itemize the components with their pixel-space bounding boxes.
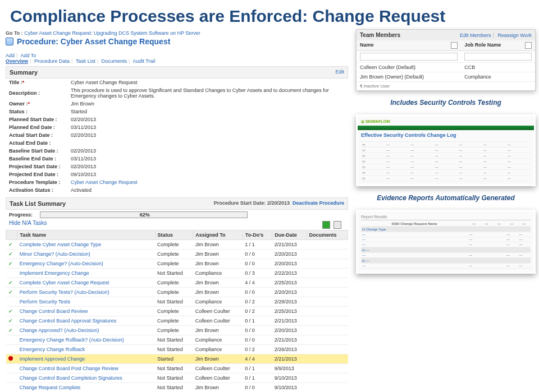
goto-label: Go To :: [6, 30, 23, 36]
tab-documents[interactable]: Documents: [102, 58, 127, 64]
progress-pct: 62%: [140, 212, 150, 218]
task-assigned: Jim Brown: [193, 240, 243, 250]
summary-value: 03/11/2013: [67, 155, 348, 163]
task-link[interactable]: Change Control Board Review: [20, 308, 88, 314]
task-docs: [307, 364, 348, 373]
task-status-icon: ✓: [6, 259, 17, 269]
task-status: Complete: [155, 288, 193, 297]
task-row[interactable]: ✓Perform Security Tests? (Auto-Decision)…: [6, 288, 348, 297]
task-row[interactable]: ✓Emergency Change? (Auto-Decision)Comple…: [6, 259, 348, 269]
task-status-icon: [6, 383, 17, 393]
procedure-icon: [6, 38, 13, 45]
team-row[interactable]: Colleen Coulter (Default)CCB: [357, 63, 535, 72]
task-due: 2/25/2013: [272, 278, 307, 288]
task-link[interactable]: Perform Security Tests: [20, 299, 70, 305]
task-link[interactable]: Change Control Board Completion Signatur…: [20, 375, 122, 381]
summary-value: 02/20/2013: [67, 116, 348, 123]
team-name: Colleen Coulter (Default): [357, 63, 461, 72]
task-docs: [307, 373, 348, 383]
task-link[interactable]: Change Request Complete: [20, 385, 81, 390]
task-row[interactable]: Implement Emergency ChangeNot StartedCom…: [6, 269, 348, 278]
progress-bar: 62%: [40, 211, 248, 218]
task-row[interactable]: ✓Change Control Board Approval Signature…: [6, 316, 348, 326]
summary-value: 09/10/2013: [67, 170, 348, 178]
task-link[interactable]: Change Approved? (Auto-Decision): [20, 328, 99, 333]
task-status: Complete: [155, 240, 193, 250]
goto-link[interactable]: Cyber Asset Change Request: Upgrading DC…: [24, 30, 200, 36]
edit-link[interactable]: Edit: [335, 69, 344, 76]
task-todos: 0 / 0: [243, 326, 272, 335]
task-todos: 4 / 4: [243, 278, 272, 288]
summary-header: Summary: [10, 69, 38, 76]
task-docs: [307, 345, 348, 354]
tab-add-to[interactable]: Add To: [20, 53, 36, 58]
summary-key: Planned Start Date :: [6, 116, 67, 123]
task-status-icon: ✓: [6, 240, 17, 250]
task-assigned: Compliance: [193, 345, 243, 354]
filter-icon[interactable]: [451, 42, 458, 49]
task-link[interactable]: Change Control Board Approval Signatures: [20, 318, 117, 324]
tab-procedure-data[interactable]: Procedure Data: [34, 58, 70, 64]
task-due: 2/20/2013: [272, 326, 307, 335]
team-header: Team Members: [360, 32, 400, 38]
team-name: Jim Brown (Owner) (Default): [357, 72, 461, 82]
summary-value: 02/20/2013: [67, 163, 348, 170]
task-todos: 0 / 2: [243, 297, 272, 307]
task-row[interactable]: ✓Minor Change? (Auto-Decision)CompleteJi…: [6, 250, 348, 259]
task-due: 2/21/2013: [272, 354, 307, 364]
task-link[interactable]: Complete Cyber Asset Change Request: [20, 280, 109, 285]
team-row[interactable]: Jim Brown (Owner) (Default)Compliance: [357, 72, 535, 82]
deactivate-procedure[interactable]: Deactivate Procedure: [293, 200, 344, 206]
summary-link[interactable]: Cyber Asset Change Request: [71, 179, 138, 185]
task-status: Not Started: [155, 364, 193, 373]
filter-icon[interactable]: [525, 42, 532, 49]
tab-add[interactable]: Add: [6, 53, 15, 58]
task-todos: 0 / 0: [243, 259, 272, 269]
hide-na-tasks[interactable]: Hide N/A Tasks: [9, 220, 47, 226]
tab-task-list[interactable]: Task List: [76, 58, 95, 64]
task-due: 9/10/2013: [272, 373, 307, 383]
task-assigned: Jim Brown: [193, 278, 243, 288]
task-row[interactable]: ✓Change Approved? (Auto-Decision)Complet…: [6, 326, 348, 335]
task-status-icon: [6, 269, 17, 278]
task-row[interactable]: ✓Change Control Board ReviewCompleteColl…: [6, 307, 348, 316]
task-row[interactable]: Change Request CompleteNot StartedJim Br…: [6, 383, 348, 393]
task-row[interactable]: Implement Approved ChangeStartedJim Brow…: [6, 354, 348, 364]
task-link[interactable]: Implement Emergency Change: [20, 270, 89, 276]
task-docs: [307, 288, 348, 297]
task-link[interactable]: Emergency Change Rollback? (Auto-Decisio…: [20, 337, 124, 343]
tab-overview[interactable]: Overview: [6, 58, 28, 64]
task-row[interactable]: ✓Complete Cyber Asset Change RequestComp…: [6, 278, 348, 288]
task-assigned: Jim Brown: [193, 354, 243, 364]
tab-audit-trail[interactable]: Audit Trail: [133, 58, 155, 64]
task-row[interactable]: Change Control Board Post Change ReviewN…: [6, 364, 348, 373]
export-excel-icon[interactable]: [322, 221, 330, 229]
task-row[interactable]: Change Control Board Completion Signatur…: [6, 373, 348, 383]
task-status-icon: [6, 364, 17, 373]
summary-key: Projected Start Date :: [6, 163, 67, 170]
task-row[interactable]: ✓Complete Cyber Asset Change TypeComplet…: [6, 240, 348, 250]
inactive-user-note: Inactive User: [364, 84, 390, 89]
task-link[interactable]: Emergency Change? (Auto-Decision): [20, 261, 103, 266]
reassign-work-link[interactable]: Reassign Work: [497, 33, 532, 38]
task-row[interactable]: Perform Security TestsNot StartedComplia…: [6, 297, 348, 307]
edit-members-link[interactable]: Edit Members: [460, 33, 491, 38]
task-link[interactable]: Change Control Board Post Change Review: [20, 366, 118, 371]
summary-key: Projected End Date :: [6, 170, 67, 178]
print-icon[interactable]: [334, 221, 341, 229]
task-link[interactable]: Emergency Change Rollback: [20, 347, 85, 352]
task-link[interactable]: Complete Cyber Asset Change Type: [20, 242, 101, 247]
task-row[interactable]: Emergency Change Rollback? (Auto-Decisio…: [6, 335, 348, 345]
team-filter-input[interactable]: [360, 53, 458, 61]
task-docs: [307, 269, 348, 278]
task-row[interactable]: Emergency Change RollbackNot StartedComp…: [6, 345, 348, 354]
task-link[interactable]: Minor Change? (Auto-Decision): [20, 251, 90, 257]
task-link[interactable]: Implement Approved Change: [20, 356, 85, 362]
tasks-table: Task NameStatusAssigned ToTo-Do'sDue-Dat…: [6, 230, 348, 392]
summary-value: Started: [67, 108, 348, 116]
task-docs: [307, 335, 348, 345]
task-link[interactable]: Perform Security Tests? (Auto-Decision): [20, 289, 109, 295]
task-assigned: Jim Brown: [193, 383, 243, 393]
team-filter-input[interactable]: [464, 53, 532, 61]
task-todos: 0 / 1: [243, 373, 272, 383]
